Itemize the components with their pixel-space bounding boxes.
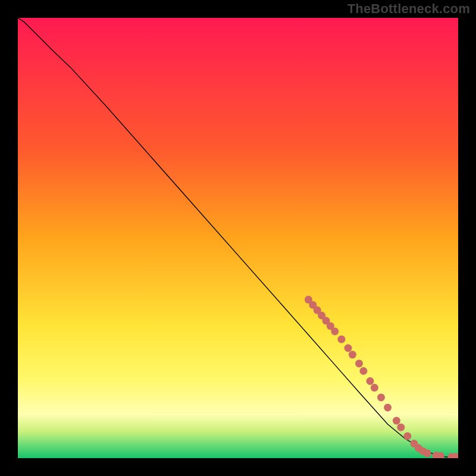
marker-dot (371, 384, 378, 392)
watermark-text: TheBottleneck.com (347, 1, 470, 17)
marker-dot (345, 345, 352, 352)
marker-dot (355, 359, 363, 367)
marker-dot (377, 393, 385, 401)
bottleneck-curve (18, 18, 458, 458)
marker-dot (331, 327, 339, 335)
data-overlay (18, 18, 458, 458)
plot-area (18, 18, 458, 458)
marker-dot (367, 377, 374, 385)
marker-dot (359, 367, 367, 375)
chart-frame: TheBottleneck.com (0, 0, 476, 476)
marker-dot (403, 433, 411, 440)
marker-dot (397, 424, 405, 431)
marker-dot (349, 351, 356, 359)
marker-dot (424, 449, 431, 457)
marker-dot (384, 403, 392, 411)
marker-dot (337, 336, 345, 343)
marker-dot (393, 417, 400, 425)
dotted-segment (305, 296, 458, 458)
